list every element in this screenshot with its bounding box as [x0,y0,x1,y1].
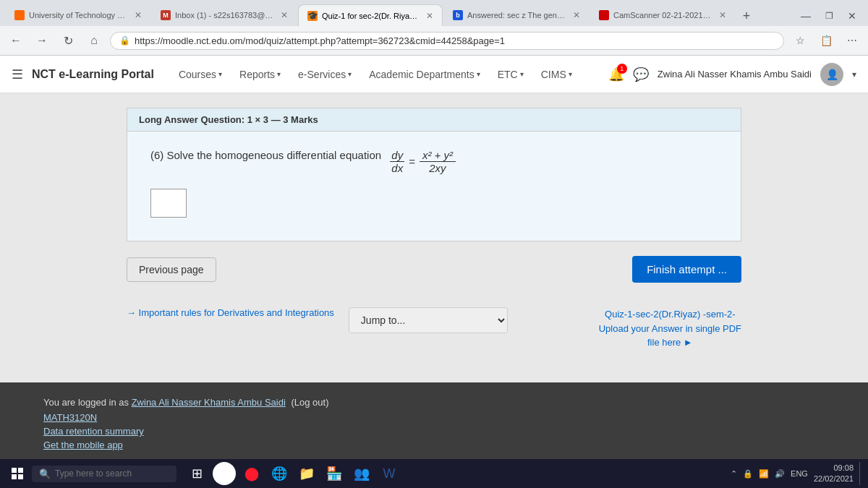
tab5-close[interactable]: ✕ [719,10,726,20]
footer-user-link[interactable]: Zwina Ali Nasser Khamis Ambu Saidi [132,397,286,408]
tab4-icon: b [453,10,463,20]
navigation-buttons-row: Previous page Finish attempt ... [127,256,741,283]
question-body: (6) Solve the homogeneous differential e… [127,132,741,241]
nav-cims[interactable]: CIMS ▾ [534,64,579,85]
courses-chevron: ▾ [218,70,222,78]
taskbar-volume-icon[interactable]: 🔊 [775,469,785,479]
footer-logged-in: You are logged in as Zwina Ali Nasser Kh… [43,397,825,408]
taskbar-folder-icon[interactable]: 📁 [295,462,318,485]
taskbar-teams-icon[interactable]: 👥 [350,462,373,485]
footer-course-link[interactable]: MATH3120N [43,412,825,423]
tab2-close[interactable]: ✕ [281,10,288,20]
taskbar-clock: 09:08 [814,463,854,474]
taskbar-view-icon[interactable]: ⊞ [185,462,208,485]
question-prompt: Solve the homogeneous differential equat… [167,149,382,161]
footer-mobile-app-link[interactable]: Get the mobile app [43,440,825,450]
taskbar-search-icon: 🔍 [39,468,51,479]
taskbar-store-icon[interactable]: 🏪 [323,462,346,485]
dy-numerator: dy [390,149,404,162]
tab3-icon: 🎓 [307,11,318,21]
previous-page-button[interactable]: Previous page [127,257,216,282]
taskbar-cortana-icon[interactable]: ○ [213,462,236,485]
taskbar-wifi-icon[interactable]: 📶 [759,469,769,479]
tab3-close[interactable]: ✕ [426,11,433,21]
upload-answer-link[interactable]: Quiz-1-sec-2(Dr.Riyaz) -sem-2-Upload you… [599,307,741,350]
browser-tab-3[interactable]: 🎓 Quiz-1 for sec-2(Dr. Riyaz)-ser ✕ [298,4,443,26]
main-content: Long Answer Question: 1 × 3 — 3 Marks (6… [0,93,868,382]
taskbar-search-input[interactable] [55,468,169,479]
browser-chrome: University of Technology and A ✕ M Inbox… [0,0,868,56]
taskbar-network-icon: 🔒 [743,469,753,479]
start-button[interactable] [6,462,29,485]
taskbar-date: 22/02/2021 [814,474,854,484]
lock-icon: 🔒 [119,35,130,46]
nav-eservices[interactable]: e-Services ▾ [291,64,359,85]
address-box[interactable]: 🔒 https://moodle.nct.edu.om/mod/quiz/att… [110,32,784,50]
nav-etc[interactable]: ETC ▾ [490,64,531,85]
answer-input-box[interactable] [150,189,187,218]
bell-container: 🔔 1 [608,67,624,82]
equals-sign: = [409,155,415,168]
close-button[interactable]: ✕ [842,6,862,26]
forward-button[interactable]: → [32,30,52,51]
taskbar-show-desktop[interactable] [859,462,862,485]
collections-button[interactable]: 📋 [816,30,836,51]
settings-button[interactable]: ⋯ [842,30,862,51]
etc-chevron: ▾ [520,70,524,78]
bell-badge: 1 [617,64,627,74]
important-rules-link[interactable]: → Important rules for Derivatives and In… [127,307,334,318]
back-button[interactable]: ← [6,30,26,51]
browser-tab-5[interactable]: CamScanner 02-21-2021 18:3: ✕ [590,4,735,26]
favorites-button[interactable]: ☆ [790,30,810,51]
taskbar-edge-icon[interactable]: 🌐 [268,462,291,485]
reports-chevron: ▾ [277,70,281,78]
rhs-denominator: 2xy [426,162,448,174]
nav-academic[interactable]: Academic Departments ▾ [362,64,488,85]
home-button[interactable]: ⌂ [84,30,104,51]
nav-courses[interactable]: Courses ▾ [171,64,229,85]
tab1-icon [14,10,25,20]
footer-data-retention-link[interactable]: Data retention summary [43,426,825,437]
browser-tab-4[interactable]: b Answered: sec z The general s ✕ [444,4,589,26]
lhs-fraction: dy dx [390,149,404,174]
question-header-text: Long Answer Question: 1 × 3 — 3 Marks [139,114,318,125]
user-dropdown-arrow[interactable]: ▾ [852,69,856,80]
taskbar-time: 09:08 22/02/2021 [814,463,854,485]
address-bar-row: ← → ↻ ⌂ 🔒 https://moodle.nct.edu.om/mod/… [0,26,868,55]
jump-to-select[interactable]: Jump to... [349,307,508,333]
nav-links: Courses ▾ Reports ▾ e-Services ▾ Academi… [171,64,579,85]
taskbar-up-arrow[interactable]: ⌃ [731,469,737,479]
minimize-button[interactable]: — [796,6,816,26]
taskbar-opera-icon[interactable]: ⬤ [240,462,263,485]
tab2-icon: M [161,10,171,20]
taskbar-system-tray: ⌃ 🔒 📶 🔊 ENG 09:08 22/02/2021 [731,462,862,485]
footer-logout-link[interactable]: (Log out) [291,397,328,408]
chat-icon[interactable]: 💬 [633,67,649,82]
dx-denominator: dx [390,162,404,174]
restore-button[interactable]: ❐ [819,6,839,26]
app-nav: ☰ NCT e-Learning Portal Courses ▾ Report… [0,56,868,93]
app-logo: NCT e-Learning Portal [32,68,154,81]
taskbar: 🔍 ⊞ ○ ⬤ 🌐 📁 🏪 👥 W ⌃ 🔒 📶 🔊 ENG 09:08 22/0… [0,459,868,488]
tab4-close[interactable]: ✕ [573,10,580,20]
cims-chevron: ▾ [569,70,572,78]
tab1-close[interactable]: ✕ [135,10,142,20]
rhs-fraction: x² + y² 2xy [420,149,456,174]
user-name[interactable]: Zwina Ali Nasser Khamis Ambu Saidi [658,69,812,80]
taskbar-icons: ⊞ ○ ⬤ 🌐 📁 🏪 👥 W [185,462,401,485]
taskbar-word-icon[interactable]: W [378,462,401,485]
nav-reports[interactable]: Reports ▾ [232,64,288,85]
new-tab-button[interactable]: + [736,6,757,26]
user-avatar[interactable]: 👤 [820,63,843,86]
rhs-numerator: x² + y² [420,149,456,162]
academic-chevron: ▾ [477,70,480,78]
question-text: (6) Solve the homogeneous differential e… [150,149,718,174]
question-number: (6) [150,149,163,161]
browser-tab-1[interactable]: University of Technology and A ✕ [6,4,150,26]
taskbar-search[interactable]: 🔍 [32,466,176,482]
browser-tab-2[interactable]: M Inbox (1) - s22s163783@nct.ec ✕ [152,4,297,26]
math-formula: dy dx = x² + y² 2xy [390,149,456,174]
finish-attempt-button[interactable]: Finish attempt ... [632,256,741,283]
refresh-button[interactable]: ↻ [58,30,78,51]
hamburger-menu[interactable]: ☰ [12,67,23,82]
